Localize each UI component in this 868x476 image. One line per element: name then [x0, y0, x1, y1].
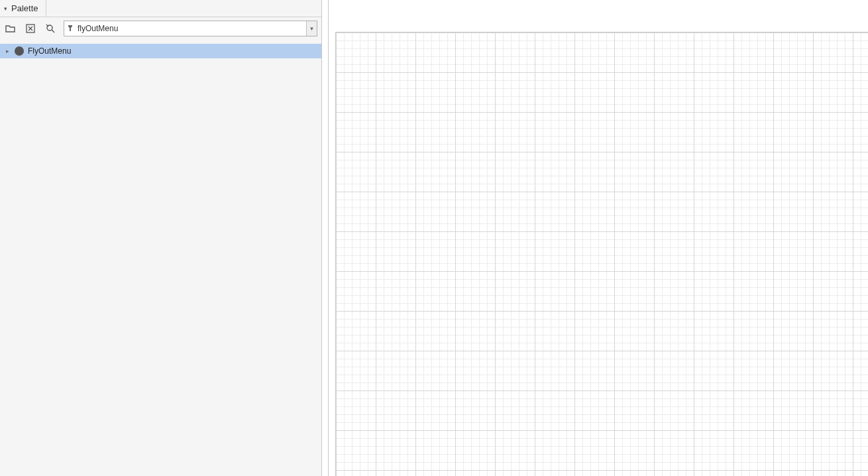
tab-caret-icon: ▾	[4, 5, 7, 12]
palette-tab-filler	[46, 0, 321, 17]
locate-icon[interactable]	[44, 22, 57, 35]
palette-tree: ▸ FlyOutMenu	[0, 40, 321, 476]
palette-tab[interactable]: ▾ Palette	[0, 0, 46, 17]
chevron-down-icon[interactable]: ▼	[306, 21, 317, 36]
palette-tab-bar: ▾ Palette	[0, 0, 321, 17]
palette-toolbar: ▼	[0, 17, 321, 40]
palette-panel: ▾ Palette	[0, 0, 322, 476]
clear-icon[interactable]	[24, 22, 37, 35]
palette-search-input[interactable]	[76, 21, 306, 36]
panel-splitter[interactable]	[322, 0, 329, 476]
palette-tab-label: Palette	[11, 3, 38, 13]
palette-tree-item[interactable]: ▸ FlyOutMenu	[0, 44, 321, 58]
palette-tree-item-label: FlyOutMenu	[28, 46, 71, 56]
palette-search: ▼	[64, 21, 317, 36]
folder-open-icon[interactable]	[4, 22, 17, 35]
filter-icon	[64, 25, 76, 32]
design-canvas-panel	[329, 0, 868, 476]
expander-icon[interactable]: ▸	[4, 48, 11, 54]
component-dot-icon	[15, 46, 24, 56]
app-root: ▾ Palette	[0, 0, 868, 476]
design-canvas[interactable]	[335, 32, 868, 476]
